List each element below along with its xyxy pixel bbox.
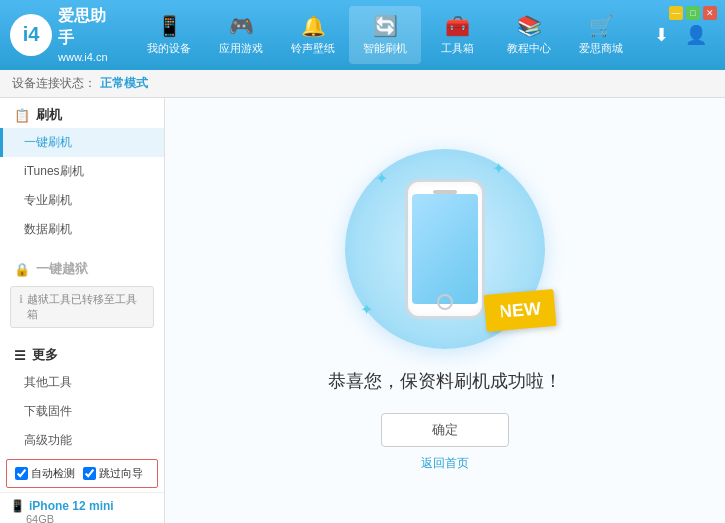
- top-bar: — □ ✕ i4 爱思助手 www.i4.cn 📱 我的设备 🎮 应用游戏 🔔 …: [0, 0, 725, 70]
- flash-icon: 📋: [14, 108, 30, 123]
- logo-text: 爱思助手 www.i4.cn: [58, 5, 120, 65]
- status-value: 正常模式: [100, 75, 148, 92]
- window-controls: — □ ✕: [669, 6, 717, 20]
- toolbox-icon: 🧰: [445, 14, 470, 38]
- smart-flash-icon: 🔄: [373, 14, 398, 38]
- apps-games-icon: 🎮: [229, 14, 254, 38]
- back-home-link[interactable]: 返回首页: [421, 455, 469, 472]
- phone-icon: 📱: [10, 499, 25, 513]
- auto-detect-input[interactable]: [15, 467, 28, 480]
- phone-illustration: ✦ ✦ ✦ NEW: [345, 149, 545, 349]
- new-badge: NEW: [484, 289, 557, 332]
- success-text: 恭喜您，保资料刷机成功啦！: [328, 369, 562, 393]
- device-name: 📱 iPhone 12 mini: [10, 499, 154, 513]
- tutorial-icon: 📚: [517, 14, 542, 38]
- menu-icon: ☰: [14, 348, 26, 363]
- nav-bar: 📱 我的设备 🎮 应用游戏 🔔 铃声壁纸 🔄 智能刷机 🧰 工具箱 📚 教程中心…: [120, 6, 650, 64]
- maximize-button[interactable]: □: [686, 6, 700, 20]
- i4-mall-icon: 🛒: [589, 14, 614, 38]
- sidebar-item-itunes-flash[interactable]: iTunes刷机: [0, 157, 164, 186]
- sidebar-item-pro-flash[interactable]: 专业刷机: [0, 186, 164, 215]
- logo-circle: i4: [10, 14, 52, 56]
- sidebar: 📋 刷机 一键刷机 iTunes刷机 专业刷机 数据刷机 🔒 一键越狱 ℹ 越狱…: [0, 98, 165, 523]
- auto-detect-checkbox[interactable]: 自动检测: [15, 466, 75, 481]
- close-button[interactable]: ✕: [703, 6, 717, 20]
- download-button[interactable]: ⬇: [650, 20, 673, 50]
- main-area: 📋 刷机 一键刷机 iTunes刷机 专业刷机 数据刷机 🔒 一键越狱 ℹ 越狱…: [0, 98, 725, 523]
- nav-ringtones[interactable]: 🔔 铃声壁纸: [277, 6, 349, 64]
- flash-section-title: 📋 刷机: [0, 98, 164, 128]
- logo: i4 爱思助手 www.i4.cn: [10, 5, 120, 65]
- sparkle-3: ✦: [360, 300, 373, 319]
- jailbreak-notice: ℹ 越狱工具已转移至工具箱: [10, 286, 154, 328]
- iphone-body: [405, 179, 485, 319]
- more-section-title: ☰ 更多: [0, 340, 164, 368]
- circle-background: ✦ ✦ ✦ NEW: [345, 149, 545, 349]
- device-storage: 64GB: [10, 513, 154, 523]
- sidebar-item-advanced[interactable]: 高级功能: [0, 426, 164, 455]
- sparkle-1: ✦: [375, 169, 388, 188]
- sidebar-item-download-firmware[interactable]: 下载固件: [0, 397, 164, 426]
- nav-apps-games[interactable]: 🎮 应用游戏: [205, 6, 277, 64]
- nav-i4-mall[interactable]: 🛒 爱思商城: [565, 6, 637, 64]
- account-button[interactable]: 👤: [681, 20, 711, 50]
- iphone-home-button: [437, 294, 453, 310]
- sidebar-checkboxes: 自动检测 跳过向导: [6, 459, 158, 488]
- sidebar-item-other-tools[interactable]: 其他工具: [0, 368, 164, 397]
- nav-my-device[interactable]: 📱 我的设备: [133, 6, 205, 64]
- iphone-speaker: [433, 190, 457, 194]
- confirm-button[interactable]: 确定: [381, 413, 509, 447]
- nav-toolbox[interactable]: 🧰 工具箱: [421, 6, 493, 64]
- device-info: 📱 iPhone 12 mini 64GB Down-12mini-13,1: [0, 492, 164, 523]
- ringtones-icon: 🔔: [301, 14, 326, 38]
- sidebar-item-data-preserve[interactable]: 数据刷机: [0, 215, 164, 244]
- top-right-controls: ⬇ 👤: [650, 20, 711, 50]
- content-area: ✦ ✦ ✦ NEW 恭喜您，保资料刷机成功啦！ 确定 返回首页: [165, 98, 725, 523]
- nav-smart-flash[interactable]: 🔄 智能刷机: [349, 6, 421, 64]
- iphone-screen: [412, 194, 478, 304]
- skip-wizard-checkbox[interactable]: 跳过向导: [83, 466, 143, 481]
- lock-icon: 🔒: [14, 262, 30, 277]
- my-device-icon: 📱: [157, 14, 182, 38]
- minimize-button[interactable]: —: [669, 6, 683, 20]
- sparkle-2: ✦: [492, 159, 505, 178]
- jailbreak-section-title: 🔒 一键越狱: [0, 252, 164, 282]
- skip-wizard-input[interactable]: [83, 467, 96, 480]
- status-label: 设备连接状态：: [12, 75, 96, 92]
- status-bar: 设备连接状态： 正常模式: [0, 70, 725, 98]
- nav-tutorial[interactable]: 📚 教程中心: [493, 6, 565, 64]
- info-icon: ℹ: [19, 293, 23, 306]
- logo-icon: i4: [23, 23, 40, 46]
- sidebar-item-one-key-flash[interactable]: 一键刷机: [0, 128, 164, 157]
